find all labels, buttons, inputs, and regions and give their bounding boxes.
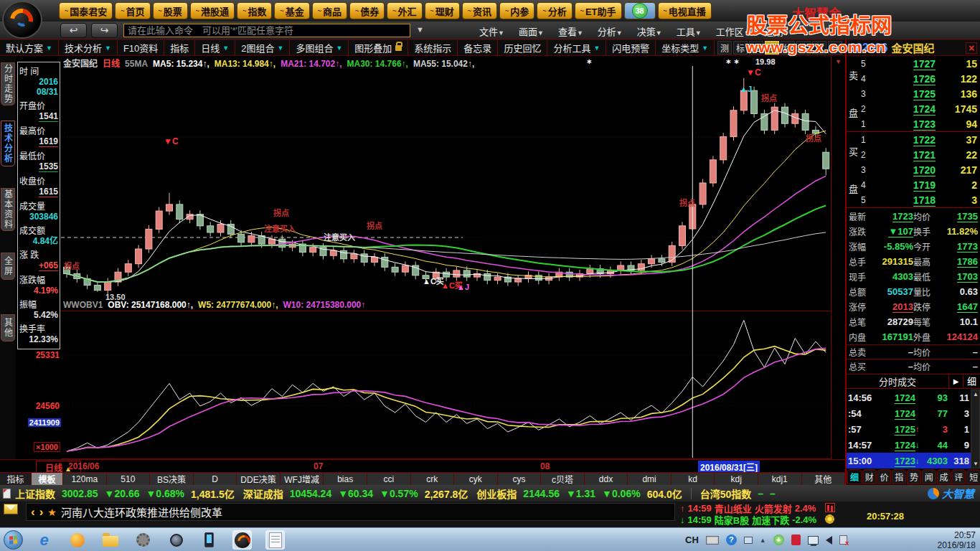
indicator-tab-c贝塔[interactable]: c贝塔 (541, 473, 585, 485)
app-logo-icon[interactable] (2, 1, 42, 39)
queue-row[interactable]: 417192 (861, 178, 980, 193)
signal-alert[interactable]: ↓14:59陆家B股加速下跌-2.4% (680, 514, 824, 525)
queue-row[interactable]: 41726122 (861, 71, 980, 86)
top-tab-港股通[interactable]: ~港股通 (190, 2, 235, 19)
language-indicator[interactable]: CH (685, 534, 699, 545)
index-segment-上证指数[interactable]: 上证指数3002.85▼20.66▼0.68%1,481.5亿 (15, 486, 235, 501)
toolbar-分析工具[interactable]: 分析工具▼ (547, 40, 606, 55)
top-tab-基金[interactable]: ~基金 (274, 2, 309, 19)
command-dropdown-icon[interactable]: ▼ (416, 25, 424, 34)
help-icon[interactable]: ? (726, 534, 737, 545)
quote-tab-闻[interactable]: 闻 (922, 469, 936, 484)
indicator-tab-cyk[interactable]: cyk (454, 473, 498, 485)
message-icon[interactable] (4, 504, 18, 514)
menu-查看[interactable]: 查看▼ (558, 24, 583, 38)
alert-chart-icon[interactable] (825, 503, 835, 512)
security-icon[interactable]: + (773, 534, 784, 545)
play-icon[interactable]: ▶ (948, 375, 963, 388)
window-icon[interactable] (744, 537, 753, 544)
tool-线[interactable]: 线 (781, 41, 795, 55)
indicator-tab-ddx[interactable]: ddx (585, 473, 628, 485)
sidebar-item-基本资料[interactable]: 基本资料 (1, 188, 15, 231)
queue-row[interactable]: 2172122 (861, 147, 980, 162)
queue-row[interactable]: 31720217 (861, 162, 980, 177)
toolbar-备忘录[interactable]: 备忘录 (458, 40, 498, 55)
queue-row[interactable]: 31725136 (861, 86, 980, 101)
indicator-tab-kdj[interactable]: kdj (715, 473, 758, 485)
media-player-icon[interactable] (67, 530, 87, 550)
toolbar-系统指示[interactable]: 系统指示 (408, 40, 458, 55)
menu-文件[interactable]: 文件▼ (479, 24, 504, 38)
sidebar-item-全屏[interactable]: 全屏 (1, 253, 15, 280)
chart-scroll-down-icon[interactable]: ▼ (835, 58, 842, 65)
indicator-tab-DDE决策[interactable]: DDE决策 (237, 473, 281, 485)
tick-row[interactable]: 14:5617249311 (847, 390, 972, 405)
tick-row[interactable]: :571725↑31 (847, 421, 972, 437)
toolbar-技术分析[interactable]: 技术分析▼ (59, 40, 118, 55)
alert-tray-icon[interactable] (791, 534, 801, 545)
queue-row[interactable]: 1172394 (861, 117, 980, 132)
indicator-tab-其他[interactable]: 其他 (802, 473, 846, 485)
scroll-up-icon[interactable]: ▲ (973, 391, 979, 397)
gear-icon[interactable] (825, 514, 834, 524)
ticker-next-icon[interactable]: › (39, 505, 44, 519)
tick-row[interactable]: 14:571724↓449 (847, 437, 972, 453)
ticker-headline[interactable]: 河南八大连环政策推进供给侧改革 (61, 504, 222, 519)
index-segment-台湾50指数[interactable]: 台湾50指数–– (700, 486, 776, 501)
index-segment-创业板指[interactable]: 创业板指2144.56▼1.31▼0.06%604.0亿 (476, 486, 682, 501)
close-icon[interactable]: × (966, 42, 977, 54)
top-tab-首页[interactable]: ~首页 (115, 2, 150, 19)
top-tab-债券[interactable]: ~债券 (349, 2, 385, 19)
toolbar-图形叠加[interactable]: 图形叠加 (349, 40, 408, 55)
queue-row[interactable]: 217241745 (861, 102, 980, 117)
queue-row[interactable]: 1172237 (861, 132, 980, 147)
index-segment-深证成指[interactable]: 深证成指10454.24▼60.34▼0.57%2,267.8亿 (243, 486, 468, 501)
top-tab-理财[interactable]: ~理财 (425, 2, 460, 19)
note-icon[interactable] (3, 489, 11, 499)
stock-app-icon[interactable] (232, 530, 252, 550)
sidebar-item-技术分析[interactable]: 技术分析 (1, 121, 15, 166)
toolbar-闪电预警[interactable]: 闪电预警 (606, 40, 656, 55)
ticker-prev-icon[interactable]: ‹ (31, 505, 35, 519)
toolbar-2图组合[interactable]: 2图组合▼ (235, 40, 290, 55)
menu-近期[interactable]: 近期▼ (765, 24, 790, 38)
indicator-tab-cci[interactable]: cci (367, 473, 411, 485)
network-icon[interactable] (808, 536, 819, 545)
indicator-tab-dmi[interactable]: dmi (628, 473, 672, 485)
phone-icon[interactable] (199, 530, 219, 550)
top-tab-外汇[interactable]: ~外汇 (387, 2, 422, 19)
start-button[interactable] (4, 530, 23, 550)
quote-tab-短[interactable]: 短 (966, 469, 980, 484)
toolbar-历史回忆[interactable]: 历史回忆 (498, 40, 547, 55)
indicator-tab-D[interactable]: D (194, 473, 237, 485)
top-tab-股票[interactable]: ~股票 (153, 2, 188, 19)
toolbar-多图组合[interactable]: 多图组合▼ (290, 40, 349, 55)
menu-分析[interactable]: 分析▼ (598, 24, 623, 38)
quote-tab-指[interactable]: 指 (892, 469, 906, 484)
toolbar-日线[interactable]: 日线▼ (195, 40, 235, 55)
quote-tab-价[interactable]: 价 (877, 469, 892, 484)
toolbar-F10资料[interactable]: F10资料 (118, 40, 164, 55)
tool-权[interactable]: 权 (765, 41, 779, 55)
tool-标[interactable]: 标 (733, 41, 748, 55)
indicator-tab-BS决策[interactable]: BS决策 (150, 473, 194, 485)
menu-画面[interactable]: 画面▼ (519, 24, 544, 38)
tool-移[interactable]: 移 (796, 41, 811, 55)
quote-tab-成[interactable]: 成 (937, 469, 951, 484)
tv-badge-button[interactable]: 38 (624, 2, 656, 19)
quote-tab-势[interactable]: 势 (907, 469, 921, 484)
quote-tab-细[interactable]: 细 (847, 469, 862, 484)
tick-scrollbar[interactable]: ▲ ▼ (971, 390, 980, 468)
sidebar-item-分时走势[interactable]: 分时走势 (1, 62, 15, 105)
indicator-tab-cys[interactable]: cys (498, 473, 542, 485)
volume-icon[interactable] (826, 536, 832, 545)
folder-icon[interactable] (100, 530, 120, 550)
indicator-tab-模板[interactable]: 模板 (32, 473, 63, 485)
scroll-down-icon[interactable]: ▼ (973, 461, 979, 467)
toolbar-指标[interactable]: 指标 (164, 40, 195, 55)
indicator-tab-510[interactable]: 510 (107, 473, 151, 485)
indicator-tab-kd[interactable]: kd (672, 473, 715, 485)
queue-row[interactable]: 517183 (861, 193, 980, 208)
top-tab-内参[interactable]: ~内参 (499, 2, 534, 19)
notepad-icon[interactable] (265, 530, 285, 550)
